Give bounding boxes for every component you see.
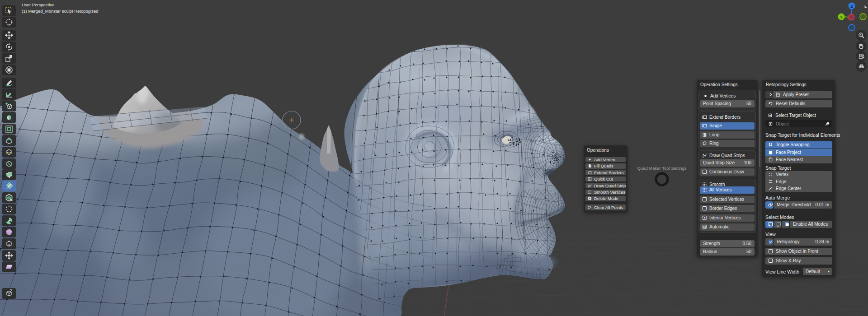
svg-text:Z: Z [850, 4, 853, 9]
svg-text:Y: Y [840, 15, 843, 19]
